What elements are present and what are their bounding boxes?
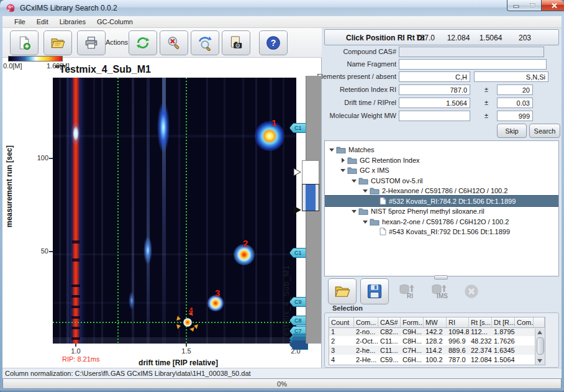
save-floppy-icon (366, 283, 383, 300)
help-icon: ? (265, 35, 281, 51)
selection-label: Selection (332, 304, 363, 312)
delete-button[interactable] (457, 278, 486, 304)
peak-spot-4[interactable] (183, 318, 192, 327)
range-slider-upper[interactable] (302, 160, 319, 185)
col-rt[interactable]: Rt [s... (469, 317, 492, 328)
tree-item-2-hexanone[interactable]: 2-Hexanone / C591786 / C6H12O / 100.2 (325, 185, 558, 196)
chart-title: "Testmix_4_Sub_M1 (55, 64, 151, 75)
table-row[interactable]: 2 2-Oct... C11... C8H... 128.2 996.9 48.… (329, 336, 545, 345)
col-formula[interactable]: Form... (401, 317, 424, 328)
intensity-colorbar (8, 56, 63, 62)
scroll-down-icon[interactable] (537, 359, 542, 363)
menu-libraries[interactable]: Libraries (54, 17, 91, 27)
menu-gc-column[interactable]: GC-Column (91, 17, 139, 27)
elements-present-field[interactable] (399, 71, 470, 82)
scroll-up-icon[interactable] (537, 330, 542, 334)
table-row[interactable]: 3 2-he... C11... C7H... 114.2 889.6 22.3… (329, 345, 545, 355)
menu-file[interactable]: File (9, 17, 31, 27)
upload-ims-button[interactable]: IMS (425, 278, 453, 304)
zoom-remove-icon (166, 35, 182, 51)
rip-gap (72, 258, 80, 262)
maximize-button[interactable] (524, 0, 541, 11)
help-button[interactable]: ? (259, 30, 288, 55)
col-comment[interactable]: Com... (515, 317, 534, 328)
col-cas[interactable]: CAS# (378, 317, 401, 328)
document-icon (380, 197, 386, 205)
print-button[interactable] (77, 30, 106, 55)
status-text: Column normalization: C:\Users\fl\.GAS G… (5, 370, 251, 377)
col-dt[interactable]: Dt [R... (492, 317, 515, 328)
app-icon (6, 3, 16, 13)
chromatogram-pane: Actions (2, 28, 322, 368)
selection-table-panel: Count Com... CAS# Form... MW RI Rt [s...… (324, 312, 559, 368)
refresh-button[interactable] (129, 30, 157, 55)
table-scrollbar[interactable] (535, 329, 545, 365)
zoom-reset-button[interactable] (191, 30, 219, 55)
delete-x-icon (463, 283, 480, 299)
retention-index-field[interactable] (399, 84, 470, 95)
col-ri[interactable]: RI (447, 317, 469, 328)
folder-icon (370, 218, 380, 226)
load-library-button[interactable] (328, 278, 357, 304)
retention-index-tolerance-field[interactable] (497, 84, 533, 95)
tree-item-custom-ov5[interactable]: CUSTOM ov-5.ril (325, 175, 558, 186)
table-header-row: Count Com... CAS# Form... MW RI Rt [s...… (329, 317, 545, 327)
tree-item-nist-5proz[interactable]: NIST 5proz Phenyl methyl siloxane.ril (325, 206, 558, 216)
col-mw[interactable]: MW (424, 317, 447, 328)
peak-spot-1[interactable] (255, 121, 284, 151)
minimize-button[interactable] (507, 0, 525, 11)
maximize-icon (529, 2, 536, 9)
compound-cas-field[interactable] (399, 47, 544, 57)
name-fragment-field[interactable] (399, 59, 547, 70)
elements-label: Elements present / absent (316, 73, 396, 80)
collapse-arrow-icon[interactable] (351, 178, 357, 184)
range-slider-lower[interactable] (302, 184, 319, 211)
collapse-arrow-icon[interactable] (351, 208, 357, 214)
y-axis-label: measurement run [sec] (5, 140, 15, 233)
tree-item-matches[interactable]: Matches (325, 144, 558, 155)
collapse-arrow-icon[interactable] (340, 167, 346, 173)
tree-item-gc-retention-index[interactable]: GC Retention Index (325, 155, 558, 165)
search-button[interactable]: Search (529, 124, 560, 138)
upload-ri-button[interactable]: RI (393, 278, 421, 304)
ri-plusminus: ± (484, 86, 488, 93)
window-border-right (562, 16, 564, 389)
save-library-button[interactable] (360, 278, 389, 304)
table-row[interactable]: 4 2-He... C59... C6H... 100.2 787.0 12.0… (329, 355, 545, 364)
mw-plusminus: ± (484, 112, 488, 119)
click-position-dt: 1.5064 (476, 34, 505, 42)
elements-absent-field[interactable] (474, 71, 548, 82)
collapse-arrow-icon[interactable] (329, 147, 335, 153)
collapse-arrow-icon[interactable] (362, 219, 368, 225)
click-position-intensity: 203 (513, 34, 537, 42)
heatmap-plot[interactable]: 1 2 3 4 (53, 78, 296, 344)
slider-marker-lower-icon[interactable] (293, 206, 301, 214)
close-button[interactable] (541, 0, 564, 11)
tree-item-543-kovats[interactable]: #543 Kovats_RI:792 Dt:1.506 Dt:1.1899 (325, 226, 558, 237)
col-count[interactable]: Count (329, 317, 354, 328)
table-row[interactable]: 1 2-no... C82... C9H... 142.2 1094.8 112… (329, 327, 545, 336)
tree-item-gc-x-ims[interactable]: GC x IMS (325, 165, 558, 175)
menu-bar: File Edit Libraries GC-Column (2, 16, 562, 28)
drift-time-field[interactable] (399, 98, 470, 108)
tree-item-532-kovats[interactable]: #532 Kovats_RI:784.2 Dt:1.506 Dt:1.1899 (325, 196, 558, 206)
slider-marker-upper-icon[interactable] (293, 168, 301, 176)
molecular-weight-field[interactable] (399, 111, 470, 121)
scrollbar-thumb[interactable] (537, 337, 544, 355)
snapshot-button[interactable] (222, 30, 250, 55)
col-filler (534, 317, 545, 328)
guide-line-horizontal (53, 322, 296, 323)
tree-item-hexan-2-one[interactable]: hexan-2-one / C591786 / C6H12O / 100.2 (325, 216, 558, 227)
col-compound[interactable]: Com... (354, 317, 378, 328)
menu-edit[interactable]: Edit (31, 17, 54, 27)
expand-arrow-icon[interactable] (340, 157, 346, 163)
folder-icon (358, 177, 368, 185)
svg-text:?: ? (271, 38, 276, 48)
drift-time-tolerance-field[interactable] (497, 98, 533, 108)
open-button[interactable] (43, 30, 72, 55)
zoom-delete-button[interactable] (160, 30, 188, 55)
molecular-weight-tolerance-field[interactable] (497, 111, 533, 121)
new-button[interactable] (10, 30, 39, 55)
collapse-arrow-icon[interactable] (362, 188, 368, 194)
skip-button[interactable]: Skip (497, 124, 527, 138)
